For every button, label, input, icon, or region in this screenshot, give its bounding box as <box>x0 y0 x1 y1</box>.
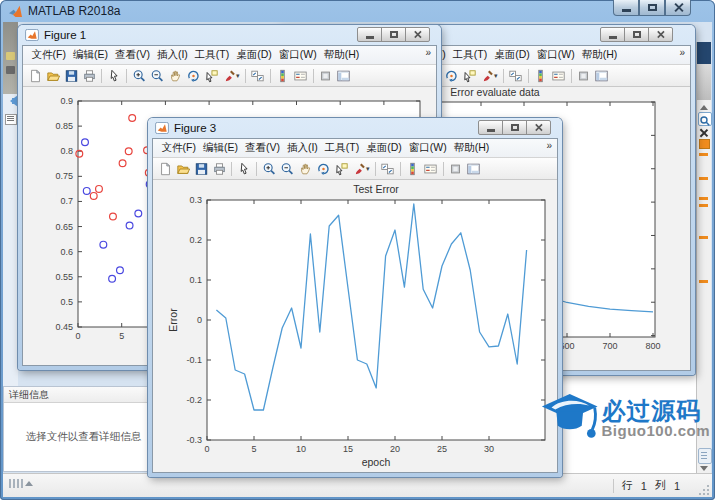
cursor-icon[interactable] <box>105 67 123 84</box>
fig3-menu-item-2[interactable]: 查看(V) <box>241 141 283 155</box>
data-cursor-icon[interactable] <box>460 67 478 84</box>
link-plot-icon[interactable] <box>249 67 267 84</box>
colorbar-icon[interactable] <box>274 67 292 84</box>
legend-icon[interactable] <box>550 67 568 84</box>
main-close-button[interactable] <box>665 0 691 16</box>
show-plot-tools-icon[interactable] <box>335 67 353 84</box>
main-maximize-button[interactable] <box>639 0 665 16</box>
fig3-window[interactable]: Figure 3文件(F)编辑(E)查看(V)插入(I)工具(T)桌面(D)窗口… <box>148 118 562 477</box>
fig1-minimize-button[interactable] <box>357 27 382 42</box>
fig1-menu-item-4[interactable]: 工具(T) <box>191 48 232 62</box>
right-strip-gray-block <box>697 64 711 100</box>
menu-overflow-icon[interactable]: » <box>546 140 552 151</box>
fig3-menu-item-3[interactable]: 插入(I) <box>283 141 321 155</box>
fig2-menu-item-7[interactable]: 帮助(H) <box>578 48 621 62</box>
menu-overflow-icon[interactable]: » <box>679 47 685 58</box>
fig1-menu-item-0[interactable]: 文件(F) <box>28 48 69 62</box>
search-icon[interactable] <box>698 112 712 126</box>
brush-dropdown-caret-icon[interactable]: ▾ <box>236 72 240 80</box>
open-folder-icon[interactable] <box>44 67 62 84</box>
fig3-menu-item-5[interactable]: 桌面(D) <box>363 141 406 155</box>
code-analyzer-indicator-icon[interactable] <box>699 139 710 149</box>
fig2-menu-item-5[interactable]: 桌面(D) <box>491 48 534 62</box>
legend-icon[interactable] <box>292 67 310 84</box>
zoom-in-icon[interactable] <box>260 160 278 177</box>
fig3-menu-item-6[interactable]: 窗口(W) <box>405 141 450 155</box>
colorbar-icon[interactable] <box>404 160 422 177</box>
rotate-3d-icon[interactable] <box>314 160 332 177</box>
close-search-icon[interactable] <box>699 128 708 137</box>
data-cursor-icon[interactable] <box>332 160 350 177</box>
colorbar-glyph <box>405 162 420 176</box>
fig2-restore-button[interactable] <box>624 27 649 42</box>
fig1-menu-item-2[interactable]: 查看(V) <box>111 48 153 62</box>
code-analyzer-mark[interactable] <box>699 153 708 156</box>
code-analyzer-mark[interactable] <box>699 204 708 207</box>
show-plot-tools-icon[interactable] <box>593 67 611 84</box>
legend-icon[interactable] <box>422 160 440 177</box>
fig1-restore-button[interactable] <box>381 27 406 42</box>
svg-text:-0.2: -0.2 <box>186 395 202 405</box>
fig1-titlebar[interactable]: Figure 1 <box>22 25 437 45</box>
code-analyzer-mark[interactable] <box>699 197 708 200</box>
save-icon[interactable] <box>62 67 80 84</box>
menu-overflow-icon[interactable]: » <box>425 47 431 58</box>
fig3-plot: 051015202530-0.3-0.2-0.100.10.20.3Test E… <box>153 180 557 472</box>
fig3-restore-button[interactable] <box>502 120 527 135</box>
brush-dropdown-caret-icon[interactable]: ▾ <box>366 165 370 173</box>
link-plot-icon[interactable] <box>507 67 525 84</box>
fig3-minimize-button[interactable] <box>478 120 503 135</box>
main-minimize-button[interactable] <box>613 0 639 16</box>
fig1-menu-item-3[interactable]: 插入(I) <box>153 48 191 62</box>
fig3-menu-item-1[interactable]: 编辑(E) <box>199 141 241 155</box>
code-analyzer-mark[interactable] <box>699 236 708 239</box>
fig2-close-button[interactable] <box>648 27 673 42</box>
new-file-icon[interactable] <box>156 160 174 177</box>
zoom-out-icon[interactable] <box>148 67 166 84</box>
print-icon[interactable] <box>80 67 98 84</box>
scrollbar-thumb[interactable] <box>698 448 712 464</box>
fig2-minimize-button[interactable] <box>600 27 625 42</box>
scroll-up-icon[interactable] <box>700 101 708 110</box>
fig1-menu-item-7[interactable]: 帮助(H) <box>320 48 363 62</box>
brush-dropdown-caret-icon[interactable]: ▾ <box>494 72 498 80</box>
fig3-menu-item-4[interactable]: 工具(T) <box>321 141 362 155</box>
fig3-titlebar[interactable]: Figure 3 <box>152 118 558 138</box>
print-icon[interactable] <box>210 160 228 177</box>
fig3-menu-item-0[interactable]: 文件(F) <box>158 141 199 155</box>
pan-icon[interactable] <box>296 160 314 177</box>
cursor-glyph <box>237 162 252 176</box>
zoom-in-icon[interactable] <box>130 67 148 84</box>
details-panel-header[interactable]: 详细信息 <box>4 387 163 403</box>
cursor-icon[interactable] <box>235 160 253 177</box>
code-analyzer-mark[interactable] <box>699 280 708 283</box>
hide-plot-tools-glyph <box>576 69 591 83</box>
fig1-menu-item-5[interactable]: 桌面(D) <box>233 48 276 62</box>
open-folder-icon[interactable] <box>174 160 192 177</box>
code-analyzer-mark[interactable] <box>699 177 708 180</box>
statusbar-grip-icon[interactable] <box>9 479 35 488</box>
panel-list-icon[interactable] <box>5 114 17 125</box>
save-icon[interactable] <box>192 160 210 177</box>
fig3-menu-item-7[interactable]: 帮助(H) <box>450 141 493 155</box>
rotate-3d-icon[interactable] <box>184 67 202 84</box>
pan-icon[interactable] <box>166 67 184 84</box>
fig1-menu-item-1[interactable]: 编辑(E) <box>69 48 111 62</box>
data-cursor-icon[interactable] <box>202 67 220 84</box>
hide-plot-tools-icon[interactable] <box>447 160 465 177</box>
hide-plot-tools-icon[interactable] <box>575 67 593 84</box>
fig1-menu-item-6[interactable]: 窗口(W) <box>275 48 320 62</box>
resize-grip-icon[interactable] <box>699 484 710 495</box>
fig2-menu-item-6[interactable]: 窗口(W) <box>533 48 578 62</box>
hide-plot-tools-icon[interactable] <box>317 67 335 84</box>
new-file-icon[interactable] <box>26 67 44 84</box>
show-plot-tools-icon[interactable] <box>465 160 483 177</box>
zoom-out-icon[interactable] <box>278 160 296 177</box>
colorbar-icon[interactable] <box>532 67 550 84</box>
main-titlebar[interactable]: MATLAB R2018a <box>0 0 715 22</box>
fig2-menu-item-4[interactable]: 工具(T) <box>449 48 490 62</box>
fig3-close-button[interactable] <box>526 120 551 135</box>
rotate-3d-icon[interactable] <box>442 67 460 84</box>
fig1-close-button[interactable] <box>405 27 430 42</box>
link-plot-icon[interactable] <box>379 160 397 177</box>
